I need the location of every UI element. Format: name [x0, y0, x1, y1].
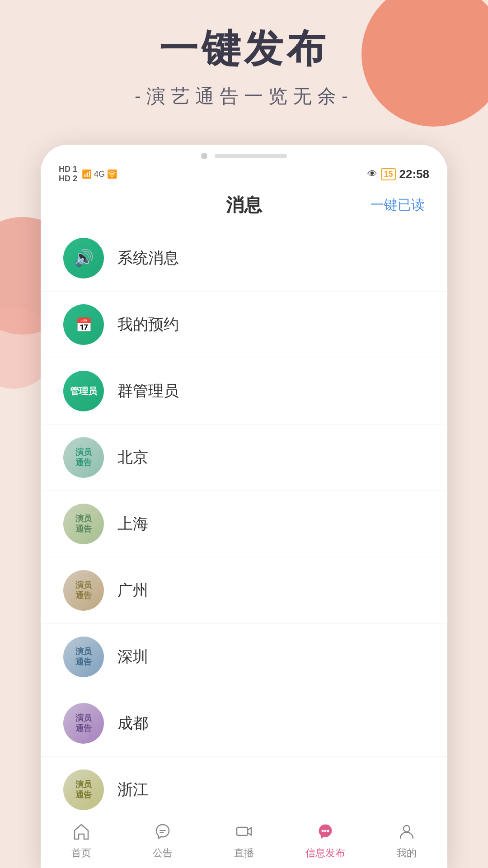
message-icon-zhejiang: 演员通告	[63, 769, 104, 810]
battery-indicator: 15	[381, 168, 395, 180]
actor-notice-icon: 演员通告	[75, 514, 92, 535]
notice-icon	[154, 822, 172, 844]
calendar-icon: 📅	[75, 317, 92, 333]
one-key-read-button[interactable]: 一键已读	[371, 196, 425, 214]
message-icon-shenzhen: 演员通告	[63, 637, 104, 677]
message-label-zhejiang: 浙江	[117, 779, 148, 800]
status-left: HD 1HD 2 📶 4G 🛜	[59, 165, 117, 184]
message-icon-shanghai: 演员通告	[63, 504, 104, 544]
svg-point-1	[322, 830, 324, 832]
message-icon-booking: 📅	[63, 304, 104, 345]
admin-text: 管理员	[70, 385, 97, 397]
header-area: 一键发布 -演艺通告一览无余-	[0, 27, 488, 109]
message-icon-beijing: 演员通告	[63, 437, 104, 478]
message-label-guangzhou: 广州	[117, 580, 148, 601]
app-header: 消息 一键已读	[41, 185, 447, 225]
message-icon-admin: 管理员	[63, 371, 104, 411]
message-label-beijing: 北京	[117, 447, 148, 468]
nav-label-mine: 我的	[397, 846, 417, 860]
nav-label-home: 首页	[71, 846, 91, 860]
status-time: 22:58	[399, 167, 430, 181]
nav-label-notice: 公告	[153, 846, 173, 860]
message-label-booking: 我的预约	[117, 314, 179, 335]
message-label-system: 系统消息	[117, 248, 179, 269]
nav-item-notice[interactable]: 公告	[122, 822, 203, 860]
message-label-admin: 群管理员	[117, 381, 179, 401]
actor-notice-icon: 演员通告	[75, 713, 92, 734]
message-icon-guangzhou: 演员通告	[63, 570, 104, 611]
list-item[interactable]: 演员通告 浙江	[41, 757, 447, 823]
svg-point-2	[324, 830, 327, 832]
signal-labels: HD 1HD 2	[59, 165, 77, 184]
svg-point-4	[404, 826, 410, 832]
mine-icon	[398, 822, 416, 844]
list-item[interactable]: 演员通告 深圳	[41, 624, 447, 690]
message-list: 🔊 系统消息 📅 我的预约 管理员 群管理员 演员通告 北京	[41, 225, 447, 823]
nav-item-publish[interactable]: 信息发布	[285, 822, 366, 860]
actor-notice-icon: 演员通告	[75, 646, 92, 668]
signal-icons: 📶 4G 🛜	[82, 169, 117, 179]
list-item[interactable]: 📅 我的预约	[41, 292, 447, 358]
status-bar: HD 1HD 2 📶 4G 🛜 👁 15 22:58	[41, 163, 447, 185]
live-icon	[235, 822, 253, 844]
actor-notice-icon: 演员通告	[75, 779, 92, 801]
nav-item-home[interactable]: 首页	[41, 822, 122, 860]
list-item[interactable]: 演员通告 成都	[41, 690, 447, 757]
list-item[interactable]: 演员通告 广州	[41, 557, 447, 624]
list-item[interactable]: 🔊 系统消息	[41, 225, 447, 292]
svg-rect-0	[237, 827, 248, 835]
nav-label-live: 直播	[234, 846, 254, 860]
home-icon	[72, 822, 90, 844]
speaker-icon: 🔊	[74, 249, 94, 268]
notch-pill	[215, 154, 287, 158]
publish-icon	[316, 822, 334, 844]
page-title: 消息	[117, 193, 371, 217]
actor-notice-icon: 演员通告	[75, 447, 92, 468]
phone-notch	[41, 145, 447, 163]
message-icon-chengdu: 演员通告	[63, 703, 104, 744]
list-item[interactable]: 演员通告 北京	[41, 425, 447, 491]
message-label-shanghai: 上海	[117, 514, 148, 534]
main-subtitle: -演艺通告一览无余-	[0, 84, 488, 109]
svg-point-3	[327, 830, 329, 832]
main-title: 一键发布	[0, 27, 488, 70]
list-item[interactable]: 管理员 群管理员	[41, 358, 447, 425]
list-item[interactable]: 演员通告 上海	[41, 491, 447, 557]
actor-notice-icon: 演员通告	[75, 580, 92, 601]
eye-icon: 👁	[367, 168, 377, 180]
nav-label-publish: 信息发布	[305, 846, 345, 860]
message-label-chengdu: 成都	[117, 713, 148, 734]
status-right: 👁 15 22:58	[367, 167, 429, 181]
bottom-nav: 首页 公告 直播	[41, 814, 447, 868]
notch-dot	[201, 153, 207, 159]
message-icon-system: 🔊	[63, 238, 104, 278]
message-label-shenzhen: 深圳	[117, 646, 148, 667]
nav-item-mine[interactable]: 我的	[366, 822, 447, 860]
nav-item-live[interactable]: 直播	[203, 822, 285, 860]
phone-mockup: HD 1HD 2 📶 4G 🛜 👁 15 22:58 消息 一键已读 🔊 系统消…	[41, 145, 447, 868]
